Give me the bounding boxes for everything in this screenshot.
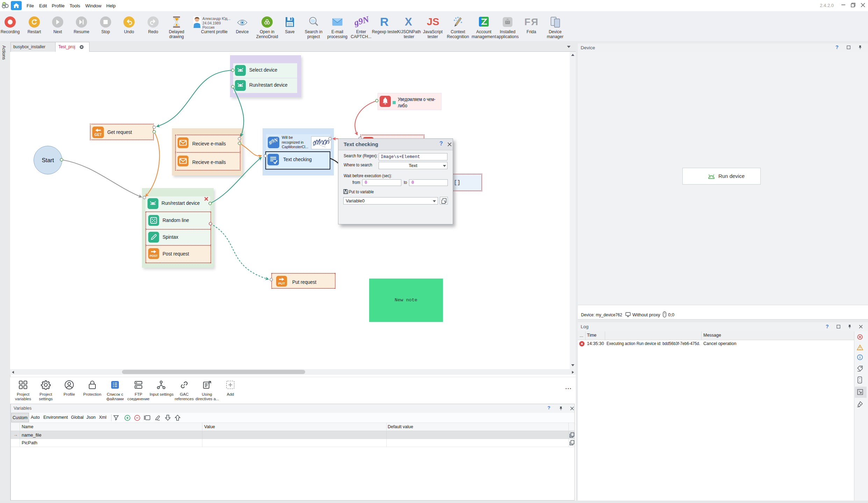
svg-text:PUT: PUT: [278, 281, 285, 285]
svg-text:oo: oo: [3, 2, 5, 5]
svg-text:POST: POST: [150, 254, 158, 258]
svg-text:GET: GET: [94, 133, 102, 137]
